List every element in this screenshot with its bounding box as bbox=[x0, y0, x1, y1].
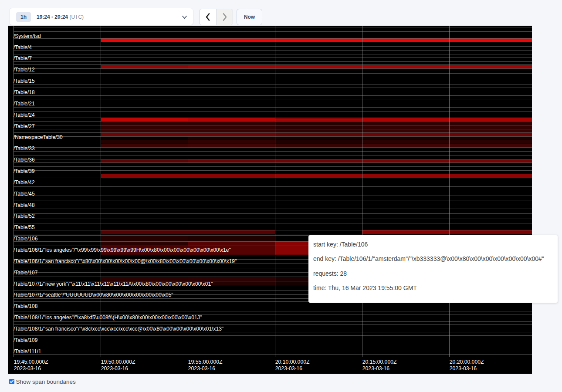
svg-text:/Table/106: /Table/106 bbox=[14, 236, 38, 242]
svg-text:2023-03-16: 2023-03-16 bbox=[14, 365, 41, 372]
svg-text:/Table/12: /Table/12 bbox=[14, 67, 35, 73]
svg-text:/System/tsd: /System/tsd bbox=[14, 33, 41, 39]
svg-text:20:10:00.000Z: 20:10:00.000Z bbox=[275, 359, 310, 365]
svg-text:/Table/39: /Table/39 bbox=[14, 168, 35, 174]
svg-text:/Table/107: /Table/107 bbox=[14, 270, 38, 276]
svg-text:2023-03-16: 2023-03-16 bbox=[362, 365, 390, 372]
svg-text:/Table/27: /Table/27 bbox=[14, 123, 35, 129]
svg-text:/Table/106/1/"los angeles"/"\x: /Table/106/1/"los angeles"/"\x99\x99\x99… bbox=[14, 247, 231, 253]
svg-text:/Table/18: /Table/18 bbox=[14, 89, 35, 95]
svg-text:20:15:00.000Z: 20:15:00.000Z bbox=[362, 359, 397, 365]
svg-text:/Table/108/1/"san francisco"/": /Table/108/1/"san francisco"/"\x8c\xcc\x… bbox=[14, 326, 223, 332]
svg-text:/Table/108/1/"los angeles"/"\x: /Table/108/1/"los angeles"/"\xa8\xf5\u00… bbox=[14, 314, 202, 321]
svg-text:20:20:00.000Z: 20:20:00.000Z bbox=[450, 359, 484, 365]
svg-text:/Table/52: /Table/52 bbox=[14, 213, 35, 219]
svg-text:/Table/36: /Table/36 bbox=[14, 157, 35, 163]
svg-text:/Table/21: /Table/21 bbox=[14, 101, 35, 107]
svg-text:2023-03-16: 2023-03-16 bbox=[275, 365, 303, 372]
svg-text:/Table/48: /Table/48 bbox=[14, 202, 35, 208]
svg-text:/Table/106/1/"san francisco"/": /Table/106/1/"san francisco"/"\x80\x00\x… bbox=[14, 258, 237, 264]
svg-text:/Table/4: /Table/4 bbox=[14, 44, 32, 51]
svg-text:/NamespaceTable/30: /NamespaceTable/30 bbox=[14, 134, 63, 140]
svg-text:19:50:00.000Z: 19:50:00.000Z bbox=[101, 359, 135, 365]
svg-text:/Table/107/1/"new york"/"\x11\: /Table/107/1/"new york"/"\x11\x11\x11\x1… bbox=[14, 281, 213, 287]
svg-text:/Table/33: /Table/33 bbox=[14, 145, 35, 152]
svg-text:/Table/109: /Table/109 bbox=[14, 337, 38, 343]
svg-text:/Table/45: /Table/45 bbox=[14, 191, 35, 197]
svg-text:/Table/42: /Table/42 bbox=[14, 179, 35, 186]
svg-text:/Table/24: /Table/24 bbox=[14, 112, 35, 118]
svg-text:/Table/108: /Table/108 bbox=[14, 303, 38, 309]
svg-text:19:55:00.000Z: 19:55:00.000Z bbox=[188, 359, 223, 365]
svg-text:/Table/7: /Table/7 bbox=[14, 55, 32, 61]
svg-text:2023-03-16: 2023-03-16 bbox=[188, 365, 216, 372]
svg-text:/Table/107/1/"seattle"/"UUUUUU: /Table/107/1/"seattle"/"UUUUUUD\x00\x80\… bbox=[14, 292, 173, 298]
svg-text:2023-03-16: 2023-03-16 bbox=[450, 365, 477, 372]
svg-text:/Table/111/1: /Table/111/1 bbox=[14, 348, 41, 355]
svg-text:19:45:00.000Z: 19:45:00.000Z bbox=[14, 359, 48, 365]
svg-text:2023-03-16: 2023-03-16 bbox=[101, 365, 129, 372]
svg-text:/Table/55: /Table/55 bbox=[14, 224, 35, 230]
svg-text:/Table/15: /Table/15 bbox=[14, 78, 35, 84]
